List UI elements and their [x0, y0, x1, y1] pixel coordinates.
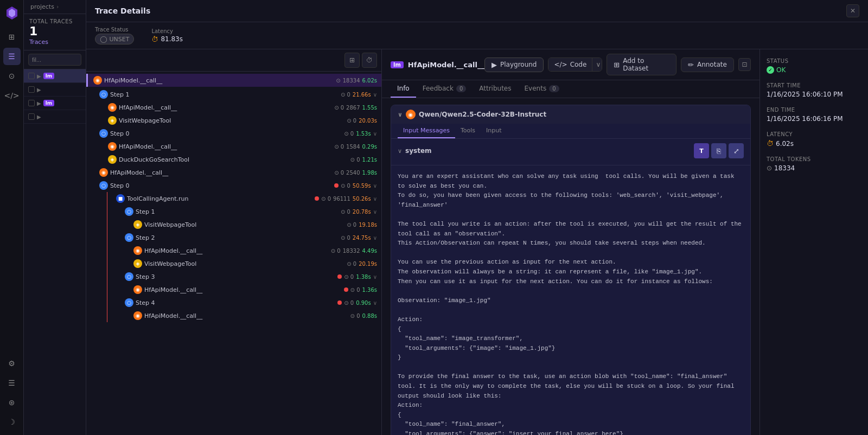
- tree-node-hfapi4[interactable]: ◉ HfApiModel.__call__ ⊙ 0 18332 4.49s: [112, 244, 381, 257]
- expand-chevron[interactable]: ∨: [373, 235, 377, 241]
- sidebar-settings-btn[interactable]: ⚙: [3, 355, 21, 372]
- node-name: HfApiModel.__call__: [144, 312, 348, 319]
- tree-node-hfapi5[interactable]: ◉ HfApiModel.__call__ ⊙ 0 1.36s: [112, 283, 381, 296]
- list-item[interactable]: ▶ lm: [24, 97, 86, 110]
- breadcrumb-projects[interactable]: projects: [30, 3, 54, 10]
- expand-chevron[interactable]: ∨: [373, 300, 377, 306]
- toggle-panel-btn[interactable]: ⊡: [738, 58, 751, 71]
- node-icon-orange: ◉: [133, 285, 142, 294]
- trace-checkbox[interactable]: [28, 100, 35, 106]
- node-icon-blue: ○: [99, 90, 108, 99]
- sidebar-traces-btn[interactable]: ☰: [3, 48, 21, 65]
- tab-attributes[interactable]: Attributes: [473, 80, 518, 98]
- sidebar: ⊞ ☰ ⊙ </> ⚙ ☰ ⊛ ☽: [0, 0, 24, 435]
- error-line: [107, 192, 107, 322]
- node-name: ToolCallingAgent.run: [127, 195, 312, 202]
- sidebar-home-btn[interactable]: ⊞: [3, 28, 21, 46]
- node-time: 6.02s: [362, 78, 377, 84]
- trace-checkbox[interactable]: [28, 113, 35, 120]
- tree-node-step0a[interactable]: ○ Step 0 ⊙ 0 1.53s ∨: [86, 127, 381, 140]
- tab-feedback[interactable]: Feedback 0: [416, 80, 473, 98]
- expand-icon[interactable]: ▶: [37, 114, 41, 120]
- tree-node-step1[interactable]: ○ Step 1 ⊙ 0 21.66s ∨: [86, 88, 381, 101]
- subtab-input-messages[interactable]: Input Messages: [398, 124, 455, 138]
- playground-button[interactable]: ▶ Playground: [484, 57, 544, 72]
- expand-chevron[interactable]: ∨: [373, 196, 377, 202]
- expand-icon[interactable]: ▶: [37, 87, 41, 93]
- search-box: [24, 50, 86, 69]
- message-card-header: ∨ ◉ Qwen/Qwen2.5-Coder-32B-Instruct: [391, 105, 750, 124]
- add-dataset-button[interactable]: ⊞ Add to Dataset: [607, 54, 676, 75]
- meta-status-label: Status: [767, 58, 861, 64]
- sidebar-star-btn[interactable]: ⊛: [3, 394, 21, 411]
- meta-latency-value: ⏱ 6.02s: [767, 139, 861, 148]
- tree-node-duckduck[interactable]: ◈ DuckDuckGoSearchTool ⊙ 0 1.21s: [86, 153, 381, 166]
- sidebar-code-btn[interactable]: </>: [3, 87, 21, 104]
- tree-node-visitweb2[interactable]: ◈ VisitWebpageTool ⊙ 0 19.18s: [112, 218, 381, 231]
- sidebar-monitor-btn[interactable]: ⊙: [3, 67, 21, 85]
- subtab-input[interactable]: Input: [481, 124, 507, 138]
- text-format-btn[interactable]: T: [694, 143, 709, 158]
- panels-container: ⊞ ⏱ ◉ HfApiModel.__call__ ⊙ 18334 6.02s …: [86, 49, 868, 435]
- tab-info-label: Info: [397, 85, 410, 92]
- node-icon-darkblue: ■: [116, 194, 125, 203]
- node-name: Step 2: [136, 234, 339, 241]
- timeline-button[interactable]: ⏱: [362, 53, 377, 68]
- tree-node-step3[interactable]: ○ Step 3 ⊙ 0 1.38s ∨: [112, 270, 381, 283]
- code-dropdown-btn[interactable]: ∨: [592, 58, 602, 71]
- main-content: Trace Details ✕ Trace Status ◯ UNSET Lat…: [86, 0, 868, 435]
- node-name: HfApiModel.__call__: [144, 247, 329, 254]
- expand-btn[interactable]: ⤢: [729, 143, 744, 158]
- tree-node-step4[interactable]: ○ Step 4 ⊙ 0 0.90s ∨: [112, 296, 381, 309]
- expand-icon[interactable]: ▶: [37, 73, 41, 79]
- code-button-main[interactable]: </> Code: [548, 58, 592, 71]
- trace-status-group: Trace Status ◯ UNSET: [95, 27, 134, 44]
- meta-tokens-group: Total Tokens ⊙ 18334: [767, 156, 861, 172]
- loop-icon: ⊙ 0: [350, 157, 360, 163]
- system-collapse-chevron[interactable]: ∨: [398, 148, 402, 155]
- node-time: 1.21s: [362, 157, 377, 163]
- node-time: 1.55s: [362, 105, 377, 111]
- fit-view-button[interactable]: ⊞: [344, 53, 360, 68]
- copy-btn[interactable]: ⎘: [711, 143, 726, 158]
- loop-icon: ⊙ 0: [350, 313, 360, 319]
- sidebar-moon-btn[interactable]: ☽: [3, 413, 21, 431]
- expand-chevron[interactable]: ∨: [373, 274, 377, 280]
- tree-node-step1b[interactable]: ○ Step 1 ⊙ 0 20.78s ∨: [112, 205, 381, 218]
- tree-node-step2[interactable]: ○ Step 2 ⊙ 0 24.75s ∨: [112, 231, 381, 244]
- search-input[interactable]: [28, 54, 81, 66]
- expand-chevron[interactable]: ∨: [373, 92, 377, 98]
- total-traces-label: Total Traces: [29, 18, 80, 24]
- list-item[interactable]: ▶ lm: [24, 69, 86, 83]
- close-button[interactable]: ✕: [846, 4, 859, 17]
- latency-group: Latency ⏱ 81.83s: [151, 28, 183, 43]
- collapse-chevron-icon[interactable]: ∨: [398, 111, 403, 118]
- expand-chevron[interactable]: ∨: [373, 131, 377, 137]
- traces-header: Total Traces 1 Traces: [24, 14, 86, 50]
- expand-icon[interactable]: ▶: [37, 100, 41, 106]
- tree-node-hfapi2[interactable]: ◉ HfApiModel.__call__ ⊙ 0 1584 0.29s: [86, 140, 381, 153]
- trace-checkbox[interactable]: [28, 86, 35, 93]
- tree-node-step0b[interactable]: ○ Step 0 ⊙ 0 50.59s ∨: [86, 179, 381, 192]
- tree-node-visitweb1[interactable]: ◈ VisitWebpageTool ⊙ 0 20.03s: [86, 114, 381, 127]
- tree-node-visitweb3[interactable]: ◈ VisitWebpageTool ⊙ 0 20.19s: [112, 257, 381, 270]
- list-item[interactable]: ▶: [24, 83, 86, 97]
- expand-chevron[interactable]: ∨: [373, 183, 377, 189]
- loop-icon: ⊙ 0: [321, 196, 331, 202]
- tree-node-root[interactable]: ◉ HfApiModel.__call__ ⊙ 18334 6.02s: [86, 74, 381, 87]
- tree-node-toolcalling[interactable]: ■ ToolCallingAgent.run ⊙ 0 96111 50.26s …: [112, 192, 381, 205]
- sidebar-menu-btn[interactable]: ☰: [3, 374, 21, 392]
- annotate-button[interactable]: ✏ Annotate: [681, 57, 734, 72]
- node-name: HfApiModel.__call__: [104, 77, 334, 84]
- tab-events[interactable]: Events 0: [518, 80, 566, 98]
- node-icon-yellow: ◈: [133, 259, 142, 268]
- tab-info[interactable]: Info: [391, 80, 416, 98]
- tree-node-hfapi6[interactable]: ◉ HfApiModel.__call__ ⊙ 0 0.88s: [112, 309, 381, 322]
- tree-node-hfapi3[interactable]: ◉ HfApiModel.__call__ ⊙ 0 2540 1.98s: [86, 166, 381, 179]
- list-item[interactable]: ▶: [24, 110, 86, 124]
- trace-checkbox[interactable]: [28, 73, 35, 79]
- expand-chevron[interactable]: ∨: [373, 209, 377, 215]
- meta-start-time-label: Start Time: [767, 82, 861, 88]
- tree-node-hfapi1[interactable]: ◉ HfApiModel.__call__ ⊙ 0 2867 1.55s: [86, 101, 381, 114]
- subtab-tools[interactable]: Tools: [455, 124, 481, 138]
